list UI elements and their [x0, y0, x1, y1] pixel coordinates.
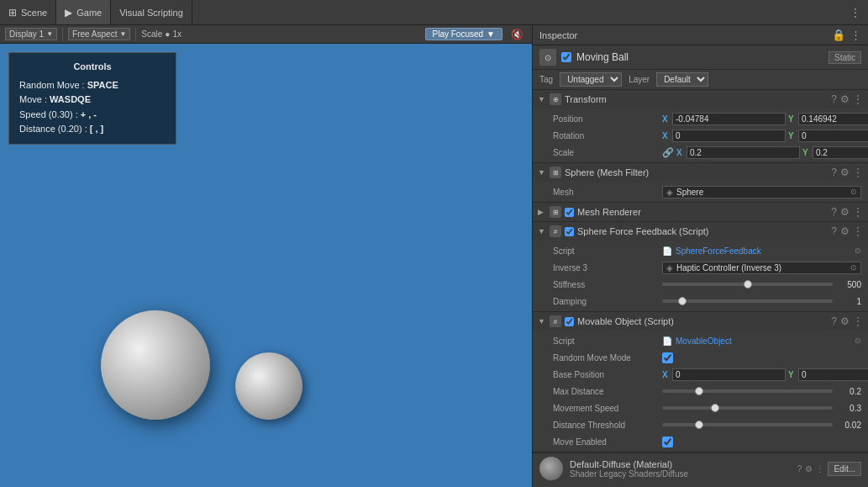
aspect-dropdown[interactable]: Free Aspect ▼ [68, 28, 130, 40]
rotation-label: Rotation [553, 131, 662, 140]
transform-help-icon[interactable]: ? [831, 93, 837, 105]
sf-damping-label: Damping [553, 297, 662, 306]
sf-damping-slider[interactable] [662, 299, 833, 303]
mo-random-checkbox[interactable] [662, 352, 673, 363]
material-name: Default-Diffuse (Material) [570, 459, 791, 469]
play-focused-button[interactable]: Play Focused ▼ [425, 28, 503, 40]
mesh-renderer-checkbox[interactable] [565, 208, 574, 217]
sf-inverse-select-btn[interactable]: ⊙ [850, 263, 857, 272]
object-name: Moving Ball [576, 51, 823, 63]
mute-button[interactable]: 🔇 [508, 29, 527, 40]
rotation-row: Rotation X Y Z [533, 127, 868, 144]
sf-damping-value: 1 [836, 297, 861, 306]
layer-dropdown[interactable]: Default [656, 72, 708, 87]
movable-object-checkbox[interactable] [565, 317, 574, 326]
movable-object-body: Script 📄 MovableObject ⊙ Random Move Mod… [533, 331, 868, 452]
tag-layer-row: Tag Untagged Layer Default [533, 70, 868, 90]
mo-basepos-y-input[interactable] [798, 368, 868, 381]
aspect-label: Free Aspect [72, 29, 117, 39]
transform-settings-icon[interactable]: ⚙ [840, 93, 850, 105]
scale-item: Scale ● 1x [141, 29, 181, 39]
position-row: Position X Y Z [533, 110, 868, 127]
material-settings-icon[interactable]: ⚙ [805, 464, 813, 474]
display-dropdown[interactable]: Display 1 ▼ [5, 28, 57, 40]
sf-script-select-btn[interactable]: ⊙ [855, 246, 861, 255]
sphere-force-more-icon[interactable]: ⋮ [853, 225, 863, 237]
mesh-ref-select-btn[interactable]: ⊙ [850, 188, 857, 196]
material-info: Default-Diffuse (Material) Shader Legacy… [570, 459, 791, 479]
mo-script-name[interactable]: MovableObject [676, 336, 732, 346]
mesh-renderer-help-icon[interactable]: ? [831, 206, 837, 218]
more-options-icon[interactable]: ⋮ [843, 6, 868, 19]
ctrl-speed: Speed (0.30) : + , - [19, 108, 166, 123]
material-preview [539, 457, 563, 480]
rotation-x-input[interactable] [672, 130, 786, 142]
mesh-ref: ◈ Sphere ⊙ [662, 186, 861, 199]
mo-basepos-y-label: Y [788, 370, 797, 379]
transform-header[interactable]: ▼ ⊕ Transform ? ⚙ ⋮ [533, 90, 868, 109]
mo-script-row: Script 📄 MovableObject ⊙ [533, 332, 868, 349]
position-y-input[interactable] [798, 113, 868, 125]
static-button[interactable]: Static [829, 51, 861, 64]
tab-scene[interactable]: ⊞ Scene [0, 0, 56, 24]
mo-script-select-btn[interactable]: ⊙ [855, 336, 861, 345]
scale-y-field: Y [802, 146, 868, 159]
transform-icon: ⊕ [550, 93, 561, 105]
rotation-y-input[interactable] [798, 130, 868, 142]
object-icon: ⊙ [539, 49, 556, 66]
sf-script-name[interactable]: SphereForceFeedback [676, 246, 761, 256]
movable-object-settings-icon[interactable]: ⚙ [840, 315, 850, 327]
material-more-icon[interactable]: ⋮ [816, 464, 824, 474]
mesh-renderer-icons: ? ⚙ ⋮ [831, 206, 863, 218]
play-arrow-icon: ▼ [487, 29, 495, 39]
scale-xyz: 🔗 X Y Z [662, 146, 868, 159]
sphere-force-header[interactable]: ▼ # Sphere Force Feedback (Script) ? ⚙ ⋮ [533, 222, 868, 241]
mo-maxdist-slider[interactable] [662, 389, 833, 393]
sphere-force-help-icon[interactable]: ? [831, 225, 837, 237]
scale-y-input[interactable] [813, 146, 868, 159]
mesh-filter-component: ▼ ⊞ Sphere (Mesh Filter) ? ⚙ ⋮ Mesh ◈ Sp [533, 163, 868, 203]
sf-script-ref: 📄 SphereForceFeedback ⊙ [662, 246, 861, 256]
mesh-filter-more-icon[interactable]: ⋮ [853, 167, 863, 178]
sf-stiffness-slider[interactable] [662, 283, 833, 286]
ctrl-distance-keys: [ , ] [90, 124, 104, 134]
mo-moveenabled-value [662, 437, 861, 447]
tab-visual-scripting[interactable]: Visual Scripting [111, 0, 192, 24]
display-label: Display 1 [9, 29, 44, 39]
material-shader: Shader Legacy Shaders/Diffuse [570, 469, 791, 479]
mesh-ref-icon: ◈ [666, 188, 673, 197]
movable-object-more-icon[interactable]: ⋮ [853, 315, 863, 327]
scale-x-input[interactable] [687, 146, 800, 159]
material-actions: ? ⚙ ⋮ Edit... [797, 462, 861, 476]
inspector-lock-icon[interactable]: 🔒 [832, 29, 845, 41]
movable-object-header[interactable]: ▼ # Movable Object (Script) ? ⚙ ⋮ [533, 312, 868, 331]
mo-speed-value: 0.3 [836, 404, 861, 413]
inspector-panel: Inspector 🔒 ⋮ ⊙ Moving Ball Static Tag U… [532, 25, 868, 487]
transform-icons: ? ⚙ ⋮ [831, 93, 863, 105]
object-active-checkbox[interactable] [561, 52, 571, 62]
mesh-filter-settings-icon[interactable]: ⚙ [840, 167, 850, 178]
sphere-force-settings-icon[interactable]: ⚙ [840, 225, 850, 237]
mesh-renderer-more-icon[interactable]: ⋮ [853, 206, 863, 218]
mo-distthresh-slider[interactable] [662, 423, 833, 426]
material-help-icon[interactable]: ? [797, 464, 802, 474]
game-scene: Controls Random Move : SPACE Move : WASD… [0, 44, 532, 487]
inspector-more-icon[interactable]: ⋮ [850, 29, 861, 41]
sphere-force-checkbox[interactable] [565, 227, 574, 236]
mesh-renderer-settings-icon[interactable]: ⚙ [840, 206, 850, 218]
mesh-renderer-header[interactable]: ▶ ⊞ Mesh Renderer ? ⚙ ⋮ [533, 203, 868, 221]
inspector-icons: 🔒 ⋮ [832, 29, 861, 41]
position-x-input[interactable] [672, 113, 786, 125]
movable-object-help-icon[interactable]: ? [831, 315, 837, 327]
movable-object-arrow-icon: ▼ [538, 317, 546, 326]
tab-game[interactable]: ▶ Game [56, 0, 111, 24]
mesh-filter-header[interactable]: ▼ ⊞ Sphere (Mesh Filter) ? ⚙ ⋮ [533, 163, 868, 182]
mo-basepos-x-input[interactable] [672, 368, 786, 381]
material-edit-button[interactable]: Edit... [828, 462, 861, 476]
mo-speed-slider[interactable] [662, 406, 833, 410]
mesh-filter-help-icon[interactable]: ? [831, 167, 837, 178]
tag-dropdown[interactable]: Untagged [560, 72, 622, 87]
transform-more-icon[interactable]: ⋮ [853, 93, 863, 105]
mo-moveenabled-checkbox[interactable] [662, 437, 673, 447]
play-label: Play Focused [433, 29, 484, 39]
